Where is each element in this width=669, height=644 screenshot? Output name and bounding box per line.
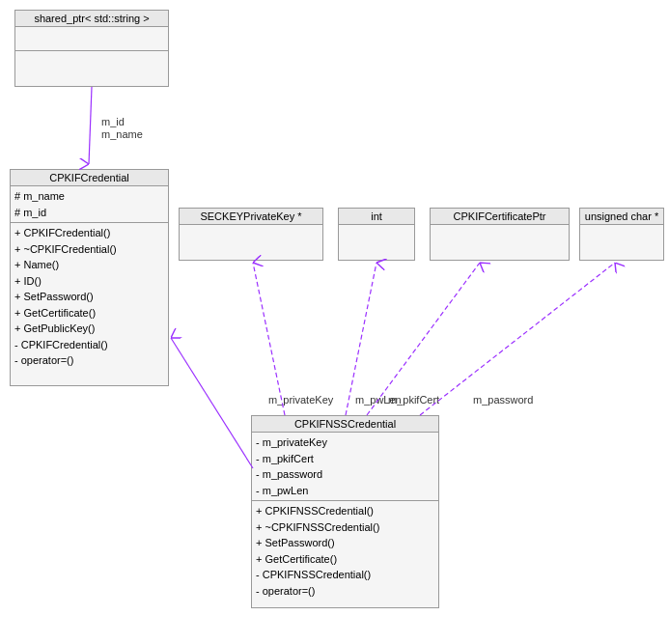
svg-line-1 [171, 338, 253, 468]
method-operator: - operator=() [14, 352, 164, 369]
method-getpublickey: + GetPublicKey() [14, 321, 164, 337]
unsigned-char-body [580, 225, 663, 259]
method-constructor: + CPKIFCredential() [14, 225, 164, 241]
svg-line-3 [346, 263, 376, 415]
seckey-body [180, 225, 322, 259]
svg-line-5 [420, 263, 615, 415]
cpkif-credential-methods: + CPKIFCredential() + ~CPKIFCredential()… [11, 223, 168, 371]
unsigned-char-box: unsigned char * [579, 208, 664, 261]
method-private-constructor: - CPKIFCredential() [14, 337, 164, 353]
diagram-container: shared_ptr< std::string > CPKIFCredentia… [0, 0, 669, 644]
seckey-header: SECKEYPrivateKey * [180, 209, 322, 225]
nss-method-private-constructor: - CPKIFNSSCredential() [256, 567, 434, 583]
nss-method-operator: - operator=() [256, 583, 434, 600]
nss-method-setpassword: + SetPassword() [256, 535, 434, 551]
cpkif-cert-ptr-box: CPKIFCertificatePtr [430, 208, 570, 261]
method-setpassword: + SetPassword() [14, 289, 164, 305]
cpkifnss-methods: + CPKIFNSSCredential() + ~CPKIFNSSCreden… [252, 501, 438, 601]
method-getcertificate: + GetCertificate() [14, 305, 164, 322]
int-body [339, 225, 414, 259]
nss-method-getcertificate: + GetCertificate() [256, 551, 434, 568]
label-m-pkifcert: m_pkifCert [388, 394, 439, 406]
method-name: + Name() [14, 257, 164, 273]
cpkifnss-attrs: - m_privateKey - m_pkifCert - m_password… [252, 433, 438, 501]
cpkif-credential-box: CPKIFCredential # m_name # m_id + CPKIFC… [10, 169, 169, 386]
nss-attr-pwlen: - m_pwLen [256, 483, 434, 499]
nss-attr-pkifcert: - m_pkifCert [256, 451, 434, 467]
attr-m-id: # m_id [14, 205, 164, 221]
attr-m-name: # m_name [14, 188, 164, 205]
svg-line-0 [89, 87, 92, 164]
label-shared-m-id: m_id [101, 116, 125, 127]
shared-ptr-section1 [15, 27, 168, 51]
svg-line-4 [367, 263, 480, 415]
cpkif-credential-attrs: # m_name # m_id [11, 186, 168, 223]
cpkif-cert-body [431, 225, 569, 259]
cpkifnss-box: CPKIFNSSCredential - m_privateKey - m_pk… [251, 415, 439, 608]
shared-ptr-section2 [15, 51, 168, 75]
cpkifnss-header: CPKIFNSSCredential [252, 416, 438, 433]
int-header: int [339, 209, 414, 225]
nss-method-constructor: + CPKIFNSSCredential() [256, 503, 434, 519]
label-m-privatekey: m_privateKey [268, 394, 333, 406]
nss-attr-password: - m_password [256, 466, 434, 483]
label-m-password: m_password [473, 394, 533, 406]
cpkif-cert-ptr-header: CPKIFCertificatePtr [431, 209, 569, 225]
shared-ptr-header: shared_ptr< std::string > [15, 11, 168, 27]
svg-line-2 [253, 263, 285, 415]
method-destructor: + ~CPKIFCredential() [14, 241, 164, 258]
int-box: int [338, 208, 415, 261]
method-id: + ID() [14, 273, 164, 290]
label-shared-m-name: m_name [101, 128, 143, 140]
shared-ptr-box: shared_ptr< std::string > [14, 10, 169, 87]
seckey-box: SECKEYPrivateKey * [179, 208, 323, 261]
unsigned-char-header: unsigned char * [580, 209, 663, 225]
nss-method-destructor: + ~CPKIFNSSCredential() [256, 519, 434, 536]
cpkif-credential-header: CPKIFCredential [11, 170, 168, 186]
nss-attr-privatekey: - m_privateKey [256, 434, 434, 451]
